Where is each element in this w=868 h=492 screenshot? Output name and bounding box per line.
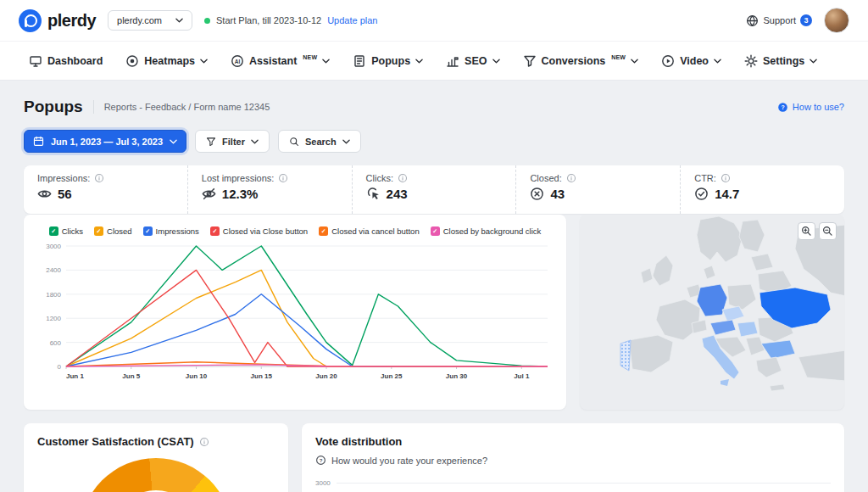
chevron-down-icon [342, 139, 350, 144]
x-tick-label: Jun 15 [251, 372, 273, 380]
chevron-down-icon [714, 59, 721, 64]
map-zoom-out-button[interactable] [819, 222, 837, 240]
zoom-in-icon [801, 226, 812, 237]
search-icon [289, 137, 299, 147]
legend-item-closed[interactable]: ✓Closed [94, 226, 132, 236]
legend-label: Closed via cancel button [331, 226, 420, 236]
legend-item-closed-background-click[interactable]: ✓Closed by background click [431, 226, 542, 236]
legend-check-icon: ✓ [49, 226, 58, 236]
conversions-funnel-icon [523, 54, 537, 68]
stat-closed: Closed: 43 [515, 165, 680, 214]
seo-bars-icon [446, 54, 459, 68]
check-circle-icon [694, 187, 709, 201]
nav-item-conversions[interactable]: Conversions NEW [523, 54, 639, 68]
nav-item-assistant[interactable]: AI Assistant NEW [231, 54, 330, 68]
map-country-portugal[interactable] [620, 340, 631, 371]
stat-label: Impressions: [37, 173, 90, 183]
nav-item-heatmaps[interactable]: Heatmaps [125, 54, 208, 68]
stat-impressions: Impressions: 56 [24, 165, 187, 214]
question-circle-icon: ? [777, 102, 788, 113]
map-country-baltics [751, 254, 773, 271]
nav-item-settings[interactable]: Settings [744, 54, 817, 68]
legend-item-closed-cancel-button[interactable]: ✓Closed via cancel button [319, 226, 420, 236]
nav-label: Settings [763, 55, 804, 67]
legend-label: Closed by background click [443, 226, 542, 236]
map-country-ireland [641, 268, 653, 283]
nav-label: Dashboard [47, 55, 103, 67]
x-tick-label: Jun 10 [186, 372, 208, 380]
date-range-label: Jun 1, 2023 — Jul 3, 2023 [51, 137, 163, 147]
vote-distribution-card: Vote distribution ? How would you rate y… [302, 423, 844, 492]
gridline [337, 483, 831, 484]
map-country-austria[interactable] [710, 320, 736, 335]
logo[interactable]: plerdy [19, 9, 96, 32]
domain-label: plerdy.com [117, 15, 162, 25]
nav-label: Video [680, 55, 709, 67]
stat-value: 43 [550, 187, 565, 201]
y-tick-label: 0 [58, 363, 62, 371]
nav-item-popups[interactable]: Popups [353, 54, 423, 68]
breadcrumb: Reports - Feedback / Form name 12345 [104, 102, 270, 112]
date-range-picker[interactable]: Jun 1, 2023 — Jul 3, 2023 [24, 130, 186, 153]
chevron-down-icon [322, 59, 330, 64]
y-tick-label: 1800 [46, 291, 61, 299]
map-country-denmark [704, 266, 715, 279]
map-country-hungary[interactable] [737, 321, 758, 337]
series-line[interactable] [66, 294, 548, 366]
stat-value: 56 [58, 187, 72, 201]
chevron-down-icon [415, 59, 423, 64]
map-country-crete [770, 384, 785, 391]
new-badge: NEW [611, 54, 626, 60]
x-tick-label: Jun 25 [381, 372, 403, 380]
domain-selector[interactable]: plerdy.com [108, 10, 192, 31]
y-tick-label: 2400 [46, 266, 61, 274]
csat-card: Customer Satisfaction (CSAT) [24, 423, 288, 492]
nav-item-video[interactable]: Video [661, 54, 721, 68]
avatar[interactable] [824, 8, 849, 33]
info-icon[interactable] [398, 173, 408, 183]
svg-text:AI: AI [235, 58, 241, 64]
map-zoom-in-button[interactable] [798, 222, 815, 240]
support-button[interactable]: Support 3 [746, 14, 812, 27]
stat-label: Lost impressions: [202, 173, 275, 183]
info-icon[interactable] [94, 173, 104, 183]
legend-check-icon: ✓ [431, 226, 440, 236]
main-nav: Dashboard Heatmaps AI Assistant NEW Popu… [0, 41, 868, 81]
legend-item-clicks[interactable]: ✓Clicks [49, 226, 83, 236]
logo-text: plerdy [47, 11, 96, 31]
popups-line-chart-card: ✓Clicks ✓Closed ✓Impressions ✓Closed via… [24, 215, 566, 410]
map-country-bulgaria[interactable] [761, 340, 795, 359]
search-label: Search [305, 137, 337, 147]
update-plan-link[interactable]: Update plan [327, 15, 377, 25]
legend-item-impressions[interactable]: ✓Impressions [143, 226, 199, 236]
x-tick-label: Jun 30 [446, 372, 468, 380]
eye-off-icon [202, 187, 216, 201]
x-tick-label: Jun 5 [122, 372, 140, 380]
map-country-serbia [746, 337, 765, 355]
x-tick-label: Jun 20 [315, 372, 337, 380]
map-country-finland [739, 220, 765, 252]
support-badge: 3 [800, 14, 812, 26]
legend-label: Closed [107, 226, 132, 236]
search-button[interactable]: Search [278, 130, 361, 153]
how-to-use-link[interactable]: ? How to use? [777, 102, 844, 113]
info-icon[interactable] [199, 437, 209, 447]
nav-item-dashboard[interactable]: Dashboard [29, 54, 103, 68]
status-dot-icon [204, 18, 210, 24]
nav-label: Assistant [249, 55, 297, 67]
legend-item-closed-close-button[interactable]: ✓Closed via Close button [210, 226, 308, 236]
zoom-out-icon [822, 226, 833, 237]
nav-item-seo[interactable]: SEO [446, 54, 499, 68]
info-icon[interactable] [278, 173, 288, 183]
video-play-icon [661, 54, 675, 68]
funnel-icon [206, 137, 216, 147]
filter-button[interactable]: Filter [195, 130, 270, 153]
plerdy-logo-icon [19, 9, 42, 32]
info-icon[interactable] [721, 173, 731, 183]
page-title: Popups [24, 98, 83, 116]
chevron-down-icon [631, 59, 638, 64]
divider [93, 100, 94, 114]
csat-donut-chart [80, 458, 232, 492]
stat-value: 14.7 [715, 187, 739, 201]
info-icon[interactable] [566, 173, 576, 183]
